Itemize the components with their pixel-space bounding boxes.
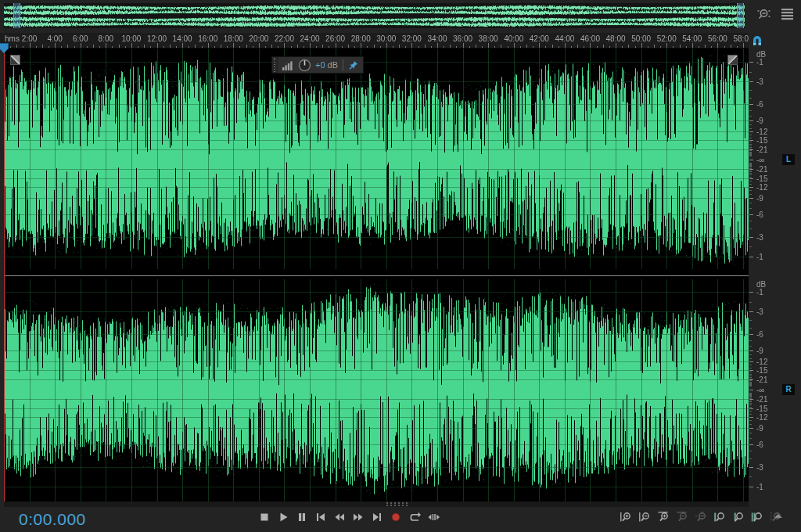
skip-to-start-icon [314,511,327,523]
ruler-unit-label: hms [5,34,20,43]
view-range-right-handle[interactable] [737,3,744,28]
audio-editor-window: hms 2:004:006:008:0010:0012:0014:0016:00… [0,0,801,532]
zoom-to-selection-button[interactable] [751,511,763,523]
zoom-in-at-out-point-button[interactable] [732,511,745,523]
timeline-ruler[interactable]: hms 2:004:006:008:0010:0012:0014:0016:00… [0,33,749,49]
status-transport-bar: 0:00.000 [0,507,801,532]
move-to-next-button[interactable] [371,511,383,523]
channel-badge-right[interactable]: R [782,384,795,395]
zoom-in-amplitude-icon [620,511,632,523]
rewind-button[interactable] [333,511,346,523]
overview-waveform-strip[interactable] [4,3,745,28]
transport-controls [258,511,440,523]
loop-icon [408,511,421,523]
zoom-out-time-icon [676,511,688,523]
drag-grip-icon[interactable] [272,57,278,73]
magnet-icon[interactable] [750,34,764,49]
fast-forward-icon [352,511,365,523]
skip-to-end-icon [371,511,383,523]
time-display[interactable]: 0:00.000 [19,510,86,529]
play-button[interactable] [277,511,289,523]
playhead-line [4,45,5,501]
gain-value[interactable]: +0 [315,60,325,70]
pause-button[interactable] [296,511,308,523]
zoom-toolbar [620,511,782,523]
view-range-left-handle[interactable] [13,3,20,28]
pin-icon[interactable] [348,60,358,70]
waveform-canvas[interactable] [4,49,749,501]
zoom-in-time-button[interactable] [657,511,670,523]
fast-forward-button[interactable] [352,511,365,523]
zoom-out-amplitude-button[interactable] [638,511,651,523]
loop-playback-button[interactable] [408,511,421,523]
zoom-out-full-icon[interactable] [755,6,772,23]
gain-knob-icon[interactable] [298,59,311,72]
record-icon [390,511,402,523]
zoom-selection-icon [751,511,763,523]
skip-selection-icon [427,511,440,523]
zoom-out-full-dashed-icon [695,511,707,523]
channel-badge-left[interactable]: L [782,154,795,165]
move-to-previous-button[interactable] [314,511,327,523]
zoom-in-point-icon [713,511,726,523]
zoom-out-point-icon [732,511,745,523]
panel-collapse-arrow-icon[interactable] [774,514,782,518]
rewind-icon [333,511,346,523]
gain-unit-label: dB [328,60,338,70]
stop-icon [258,511,271,523]
hud-separator [343,59,343,70]
overview-waveform-canvas[interactable] [4,3,745,28]
amplitude-ticks [749,49,801,506]
zoom-out-time-button[interactable] [676,511,688,523]
skip-selection-button[interactable] [427,511,440,523]
panel-menu-icon[interactable] [779,8,796,22]
zoom-in-time-icon [657,511,670,523]
levels-icon [282,60,294,70]
stop-button[interactable] [258,511,271,523]
amplitude-ruler: L R dB-1-1-3-3-6-6-9-9-12-12-15-15-21-21… [749,49,801,506]
zoom-out-full-button[interactable] [695,511,707,523]
zoom-in-amplitude-button[interactable] [620,511,632,523]
horizontal-scrollbar[interactable] [4,501,749,507]
play-icon [277,511,289,523]
pause-icon [296,511,308,523]
gain-hud-panel[interactable]: +0 dB [271,56,364,74]
zoom-out-amplitude-icon [638,511,651,523]
fade-out-handle[interactable] [727,55,738,65]
ruler-ticks [0,33,749,49]
zoom-in-at-in-point-button[interactable] [713,511,726,523]
splitter-grip-icon[interactable] [386,502,410,506]
fade-in-handle[interactable] [10,55,20,65]
waveform-editor[interactable] [4,49,749,501]
record-button[interactable] [390,511,402,523]
